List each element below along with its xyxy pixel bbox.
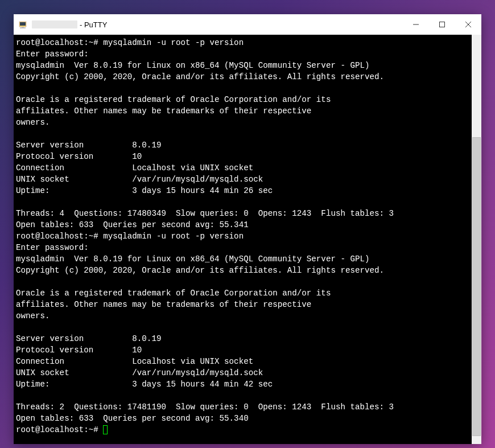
scrollbar[interactable] [472, 35, 481, 444]
terminal-line: mysqladmin Ver 8.0.19 for Linux on x86_6… [16, 253, 469, 265]
terminal-line: affiliates. Other names may be trademark… [16, 299, 469, 310]
svg-rect-1 [20, 22, 26, 26]
terminal-line: UNIX socket /var/run/mysqld/mysqld.sock [16, 174, 469, 185]
terminal-line: Server version 8.0.19 [16, 333, 469, 344]
terminal-line: Uptime: 3 days 15 hours 44 min 26 sec [16, 185, 469, 196]
terminal-line: Connection Localhost via UNIX socket [16, 356, 469, 367]
terminal-line: mysqladmin Ver 8.0.19 for Linux on x86_6… [16, 60, 469, 71]
terminal-line: Copyright (c) 2000, 2020, Oracle and/or … [16, 71, 469, 83]
terminal-line [16, 196, 469, 208]
cursor-icon [103, 425, 108, 434]
terminal-line: Threads: 2 Questions: 17481190 Slow quer… [16, 401, 469, 413]
terminal-line: Enter password: [16, 48, 469, 60]
window-title: - PuTTY [32, 20, 107, 29]
titlebar[interactable]: - PuTTY [14, 14, 481, 35]
svg-rect-5 [440, 22, 445, 27]
terminal-line: Oracle is a registered trademark of Orac… [16, 287, 469, 299]
close-button[interactable] [455, 14, 481, 35]
terminal-line [16, 276, 469, 287]
terminal-line: UNIX socket /var/run/mysqld/mysqld.sock [16, 367, 469, 379]
terminal-line: Threads: 4 Questions: 17480349 Slow quer… [16, 208, 469, 219]
minimize-button[interactable] [403, 14, 429, 35]
terminal-line: Open tables: 633 Queries per second avg:… [16, 219, 469, 231]
terminal-line: Copyright (c) 2000, 2020, Oracle and/or … [16, 265, 469, 276]
scrollbar-thumb[interactable] [472, 137, 481, 436]
terminal-line: Server version 8.0.19 [16, 139, 469, 151]
terminal-line: root@localhost:~# mysqladmin -u root -p … [16, 37, 469, 48]
terminal-line: owners. [16, 310, 469, 322]
terminal-line [16, 390, 469, 401]
window-controls [403, 14, 481, 35]
title-suffix: - PuTTY [80, 20, 107, 29]
terminal-line: Protocol version 10 [16, 151, 469, 162]
terminal-line: affiliates. Other names may be trademark… [16, 105, 469, 117]
terminal-line [16, 128, 469, 139]
redacted-host [32, 20, 77, 28]
putty-icon [18, 20, 27, 29]
terminal-line: root@localhost:~# mysqladmin -u root -p … [16, 231, 469, 242]
terminal-line: Uptime: 3 days 15 hours 44 min 42 sec [16, 379, 469, 390]
terminal-line: Protocol version 10 [16, 344, 469, 356]
maximize-button[interactable] [429, 14, 455, 35]
terminal-line [16, 83, 469, 94]
terminal-line [16, 322, 469, 333]
terminal-line: Connection Localhost via UNIX socket [16, 162, 469, 174]
terminal-output[interactable]: root@localhost:~# mysqladmin -u root -p … [14, 35, 472, 444]
terminal-area: root@localhost:~# mysqladmin -u root -p … [14, 35, 481, 444]
terminal-line: Enter password: [16, 242, 469, 253]
terminal-line: Oracle is a registered trademark of Orac… [16, 94, 469, 105]
terminal-line: Open tables: 633 Queries per second avg:… [16, 413, 469, 424]
putty-window: - PuTTY root@localhost:~# mysqladmin -u … [14, 14, 481, 444]
terminal-prompt-line: root@localhost:~# [16, 424, 469, 435]
prompt-text: root@localhost:~# [16, 425, 103, 434]
terminal-line: owners. [16, 117, 469, 128]
